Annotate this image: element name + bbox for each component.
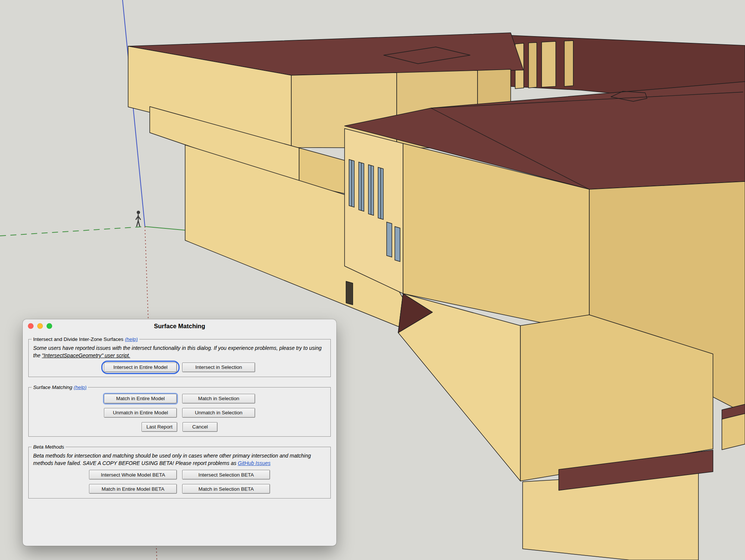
surface-matching-dialog: Surface Matching Intersect and Divide In… <box>23 319 336 546</box>
intersect-help-link[interactable]: (help) <box>125 336 138 342</box>
figure-body <box>136 215 140 226</box>
match-in-selection-button[interactable]: Match in Selection <box>182 394 255 404</box>
user-script-link[interactable]: "IntersectSpaceGeometry" user script. <box>42 352 130 358</box>
unmatch-button-row: Unmatch in Entire Model Unmatch in Selec… <box>32 408 327 418</box>
beta-match-row: Match in Entire Model BETA Match in Sele… <box>32 484 327 494</box>
match-button-row: Match in Entire Model Match in Selection <box>32 394 327 404</box>
window-controls <box>28 323 52 329</box>
report-cancel-row: Last Report Cancel <box>32 422 327 432</box>
surface-matching-section: Surface Matching (help) Match in Entire … <box>28 385 331 437</box>
unmatch-entire-model-button[interactable]: Unmatch in Entire Model <box>104 408 177 418</box>
intersect-in-selection-button[interactable]: Intersect in Selection <box>182 363 255 372</box>
window <box>395 227 400 262</box>
green-axis-dashed <box>0 227 145 236</box>
beta-intersect-row: Intersect Whole Model BETA Intersect Sel… <box>32 470 327 480</box>
parapet-sliver <box>529 42 537 88</box>
parapet-sliver <box>542 41 556 87</box>
door <box>346 281 353 305</box>
far-block-wall <box>722 414 745 450</box>
github-issues-link[interactable]: GitHub Issues <box>238 460 270 466</box>
close-window-button[interactable] <box>28 323 34 329</box>
intersect-button-row: Intersect in Entire Model Intersect in S… <box>32 363 327 372</box>
intersect-selection-beta-button[interactable]: Intersect Selection BETA <box>182 470 270 480</box>
unmatch-in-selection-button[interactable]: Unmatch in Selection <box>182 408 255 418</box>
beta-methods-section: Beta Methods Beta methods for intersecti… <box>28 444 331 499</box>
match-selection-beta-button[interactable]: Match in Selection BETA <box>182 484 270 494</box>
beta-note-text: Beta methods for intersection and matchi… <box>33 452 326 467</box>
intersect-section-legend: Intersect and Divide Inter-Zone Surfaces… <box>32 336 139 342</box>
dialog-titlebar[interactable]: Surface Matching <box>23 319 336 333</box>
blue-axis <box>123 0 145 227</box>
intersect-section: Intersect and Divide Inter-Zone Surfaces… <box>28 336 331 377</box>
match-entire-model-beta-button[interactable]: Match in Entire Model BETA <box>89 484 177 494</box>
matching-help-link[interactable]: (help) <box>74 385 87 390</box>
intersect-whole-model-beta-button[interactable]: Intersect Whole Model BETA <box>89 470 177 480</box>
base-wall <box>523 471 698 560</box>
wall-face <box>291 73 397 148</box>
figure-head <box>137 211 140 214</box>
surface-matching-legend: Surface Matching (help) <box>32 385 88 390</box>
intersect-entire-model-button[interactable]: Intersect in Entire Model <box>104 363 177 372</box>
zoom-window-button[interactable] <box>47 323 52 329</box>
minimize-window-button[interactable] <box>37 323 43 329</box>
match-entire-model-button[interactable]: Match in Entire Model <box>104 394 177 404</box>
cancel-button[interactable]: Cancel <box>183 422 218 432</box>
focus-ring: Intersect in Entire Model <box>104 363 177 372</box>
parapet-sliver <box>564 41 573 86</box>
beta-methods-legend: Beta Methods <box>32 444 66 450</box>
scale-figure <box>136 211 140 227</box>
last-report-button[interactable]: Last Report <box>142 422 177 432</box>
intersect-note-text: Some users have reported issues with the… <box>33 344 326 360</box>
sketchup-window: Surface Matching Intersect and Divide In… <box>0 0 745 560</box>
window <box>387 222 392 257</box>
dialog-title: Surface Matching <box>154 323 205 330</box>
